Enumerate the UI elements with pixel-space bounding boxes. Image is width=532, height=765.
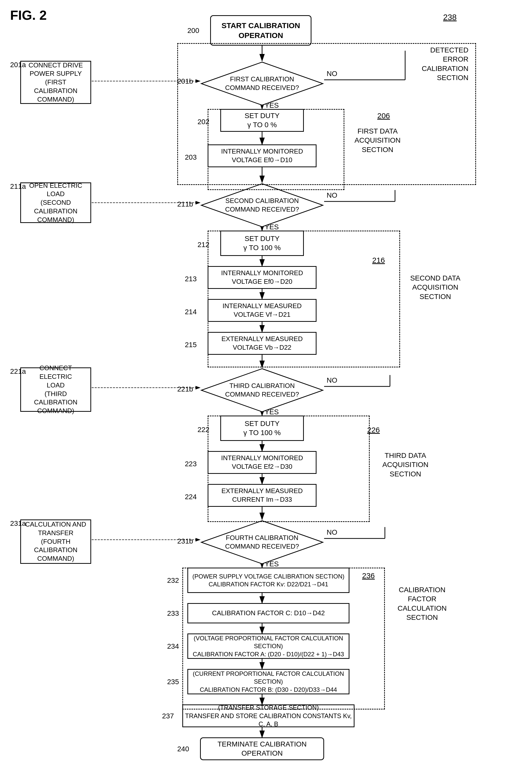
ref-226: 226 <box>367 426 380 434</box>
calib-factor-section <box>182 568 385 709</box>
num-211a: 211a <box>10 183 26 191</box>
svg-text:NO: NO <box>327 376 337 384</box>
num-214: 214 <box>185 308 197 316</box>
side-box-221a: CONNECT ELECTRICLOAD(THIRD CALIBRATIONCO… <box>20 368 91 412</box>
ref-206: 206 <box>377 112 390 120</box>
num-234: 234 <box>167 642 179 650</box>
num-200: 200 <box>187 27 199 35</box>
num-213: 213 <box>185 275 197 283</box>
num-201a: 201a <box>10 61 26 69</box>
third-data-section <box>208 415 370 522</box>
second-data-section <box>208 231 400 368</box>
num-211b: 211b <box>177 200 193 208</box>
num-223: 223 <box>185 460 197 468</box>
third-data-label: THIRD DATAACQUISITIONSECTION <box>382 451 428 479</box>
ref-216: 216 <box>372 256 385 265</box>
num-232: 232 <box>167 576 179 585</box>
num-233: 233 <box>167 609 179 617</box>
svg-text:NO: NO <box>327 528 337 536</box>
diagram-number: 238 <box>443 13 456 22</box>
svg-text:NO: NO <box>327 191 337 199</box>
num-235: 235 <box>167 678 179 686</box>
start-box: START CALIBRATIONOPERATION <box>210 15 312 46</box>
side-box-211a: OPEN ELECTRIC LOAD(SECOND CALIBRATIONCOM… <box>20 183 91 223</box>
num-215: 215 <box>185 341 197 349</box>
num-237: 237 <box>162 712 174 720</box>
end-box: TERMINATE CALIBRATIONOPERATION <box>200 737 324 760</box>
fig-label: FIG. 2 <box>10 8 47 23</box>
num-221b: 221b <box>177 385 193 393</box>
num-240: 240 <box>177 745 189 753</box>
diamond-text-221b: THIRD CALIBRATIONCOMMAND RECEIVED? <box>212 382 312 399</box>
first-data-section <box>208 109 344 190</box>
diamond-text-231b: FOURTH CALIBRATIONCOMMAND RECEIVED? <box>212 534 312 551</box>
num-221a: 221a <box>10 368 26 376</box>
diamond-text-211b: SECOND CALIBRATIONCOMMAND RECEIVED? <box>212 197 312 214</box>
num-231b: 231b <box>177 537 193 545</box>
second-data-label: SECOND DATAACQUISITIONSECTION <box>410 274 460 301</box>
side-box-201a: CONNECT DRIVEPOWER SUPPLY(FIRST CALIBRAT… <box>20 61 91 104</box>
calib-factor-label: CALIBRATIONFACTORCALCULATIONSECTION <box>398 585 447 622</box>
num-224: 224 <box>185 493 197 501</box>
ref-236: 236 <box>362 571 375 580</box>
diamond-221b: THIRD CALIBRATIONCOMMAND RECEIVED? <box>200 368 324 413</box>
num-231a: 231a <box>10 519 26 527</box>
first-data-label: FIRST DATAACQUISITIONSECTION <box>355 127 400 154</box>
detected-error-label: DETECTED ERRORCALIBRATION SECTION <box>418 46 468 83</box>
flowchart: YES YES YES YES NO NO NO NO FIG. 2 238 S… <box>0 0 532 765</box>
side-box-231a: CALCULATION ANDTRANSFER(FOURTH CALIBRATI… <box>20 519 91 564</box>
diamond-text-201b: FIRST CALIBRATIONCOMMAND RECEIVED? <box>212 75 312 92</box>
diamond-231b: FOURTH CALIBRATIONCOMMAND RECEIVED? <box>200 519 324 565</box>
